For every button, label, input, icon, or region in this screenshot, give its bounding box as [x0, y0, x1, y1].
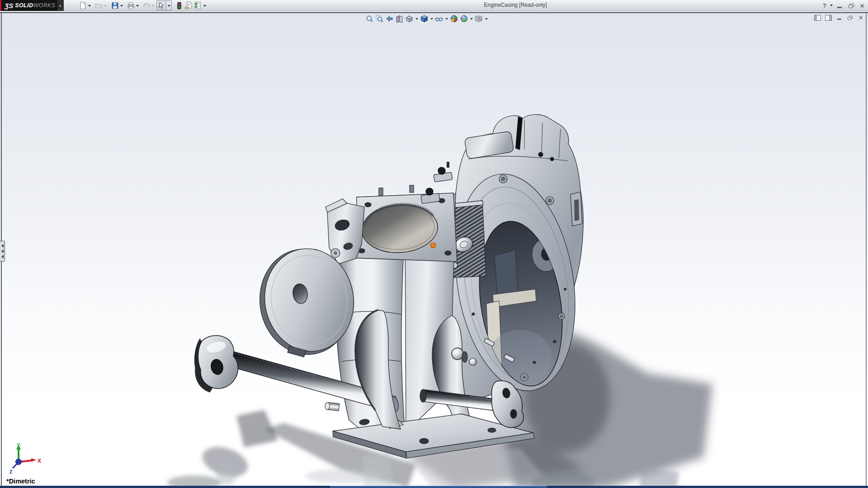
z-axis-label: Z: [9, 469, 12, 474]
taskbar-edge-segment: [330, 486, 547, 488]
orange-mate-indicator[interactable]: [431, 243, 436, 248]
previous-view-button[interactable]: [384, 14, 394, 23]
heads-up-toolbar: [364, 14, 489, 23]
pane-left-button[interactable]: [813, 14, 822, 21]
doc-restore-icon: [848, 16, 853, 20]
pane-right-icon: [825, 15, 832, 21]
zoom-to-fit-icon: [366, 15, 373, 23]
hide-show-items-button[interactable]: [434, 14, 444, 23]
previous-view-icon: [386, 15, 393, 23]
orientation-triad: Y X Z: [4, 442, 49, 479]
section-view-button[interactable]: [394, 14, 404, 23]
scene-sphere-icon: [460, 15, 468, 23]
feature-manager-collapse-tab[interactable]: [0, 241, 5, 262]
edit-appearance-button[interactable]: [449, 14, 459, 23]
apply-scene-dropdown[interactable]: [469, 14, 474, 23]
doc-close-button[interactable]: ×: [856, 14, 865, 21]
view-orientation-cube-icon: [406, 15, 413, 23]
section-view-icon: [396, 15, 403, 23]
doc-minimize-icon: [837, 19, 841, 20]
doc-restore-button[interactable]: [845, 14, 854, 21]
appearance-sphere-icon: [450, 15, 458, 23]
display-style-dropdown[interactable]: [429, 14, 434, 23]
view-settings-button[interactable]: [474, 14, 484, 23]
apply-scene-button[interactable]: [459, 14, 469, 23]
collapse-arrow-icon: [0, 255, 4, 258]
x-axis-label: X: [38, 458, 41, 464]
doc-minimize-button[interactable]: [835, 14, 844, 21]
pane-right-button[interactable]: [824, 14, 833, 21]
collapse-arrow-icon: [0, 244, 4, 248]
x-axis-arrow: [31, 458, 36, 462]
carburetor-flange[interactable]: [355, 185, 457, 262]
view-orientation-dropdown[interactable]: [414, 14, 419, 23]
zoom-to-area-button[interactable]: [374, 14, 384, 23]
y-axis-label: Y: [17, 442, 20, 449]
view-orientation-label: *Dimetric: [6, 478, 35, 485]
display-style-cube-icon: [420, 15, 428, 23]
hide-show-items-dropdown[interactable]: [444, 14, 449, 23]
pane-left-icon: [814, 15, 821, 21]
eyeglasses-icon: [435, 15, 443, 23]
zoom-to-area-icon: [376, 15, 383, 23]
solidworks-window: ƷS SOLID WORKS ▸: [0, 0, 868, 488]
model-canvas: [0, 0, 868, 488]
view-orientation-button[interactable]: [404, 14, 414, 23]
view-settings-icon: [475, 15, 483, 23]
display-style-button[interactable]: [419, 14, 429, 23]
acorn-nut: [452, 348, 463, 360]
triad-origin: [16, 459, 22, 465]
collapse-arrow-icon: [0, 249, 4, 253]
zoom-to-fit-button[interactable]: [364, 14, 374, 23]
view-settings-dropdown[interactable]: [484, 14, 489, 23]
